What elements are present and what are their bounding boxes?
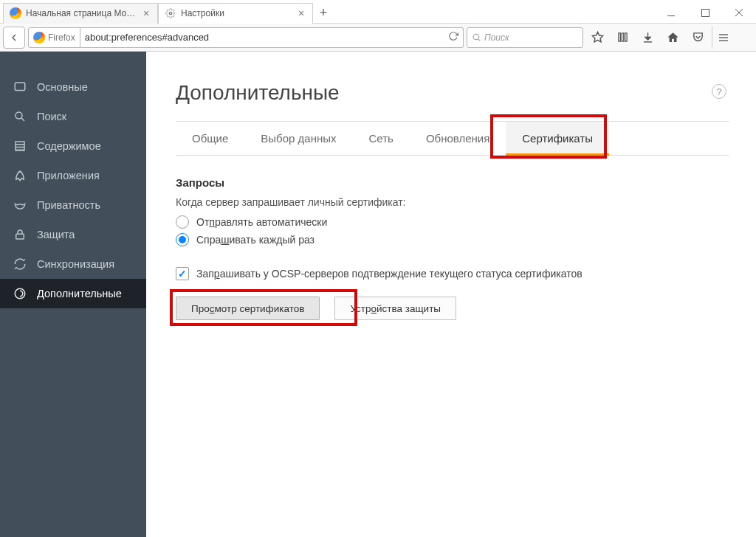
sync-icon [13, 257, 27, 271]
url-text: about:preferences#advanced [85, 32, 209, 43]
content-icon [13, 139, 27, 153]
svg-point-16 [16, 112, 22, 119]
preferences-main: Дополнительные ? Общие Выбор данных Сеть… [146, 52, 756, 537]
sidebar-item-content[interactable]: Содержимое [0, 131, 146, 161]
svg-rect-8 [618, 33, 620, 41]
svg-marker-7 [592, 32, 602, 41]
svg-rect-10 [625, 33, 627, 41]
firefox-icon [33, 32, 45, 44]
maximize-button[interactable] [688, 2, 722, 23]
general-icon [13, 80, 27, 94]
sidebar-item-search[interactable]: Поиск [0, 102, 146, 131]
search-icon [472, 32, 481, 42]
checkbox-label: Запрашивать у OCSP-серверов подтверждени… [196, 268, 583, 280]
close-icon[interactable]: × [296, 8, 306, 18]
cert-prompt-text: Когда сервер запрашивает личный сертифик… [176, 196, 729, 208]
close-window-button[interactable] [722, 2, 756, 23]
radio-label: Отправлять автоматически [196, 216, 327, 228]
svg-point-23 [15, 288, 25, 299]
subtab-data-choices[interactable]: Выбор данных [244, 122, 352, 155]
subtab-network[interactable]: Сеть [353, 122, 410, 155]
reload-icon[interactable] [448, 31, 458, 44]
sidebar-item-sync[interactable]: Синхронизация [0, 249, 146, 279]
advanced-icon [13, 287, 27, 300]
library-icon[interactable] [611, 27, 633, 49]
view-certificates-button[interactable]: Просмотр сертификатов [176, 297, 320, 320]
identity-box[interactable]: Firefox [28, 27, 80, 48]
pocket-icon[interactable] [687, 27, 709, 49]
sidebar-item-privacy[interactable]: Приватность [0, 190, 146, 220]
svg-line-6 [478, 39, 480, 41]
bookmark-star-icon[interactable] [586, 27, 608, 49]
tab-title: Настройки [181, 8, 292, 18]
svg-rect-2 [701, 9, 709, 16]
tab-strip: Начальная страница Mozill × Настройки × … [0, 0, 334, 23]
sidebar-item-advanced[interactable]: Дополнительные [0, 279, 146, 308]
search-input[interactable]: Поиск [467, 27, 583, 48]
mask-icon [13, 198, 27, 212]
minimize-button[interactable] [654, 2, 688, 23]
page-title: Дополнительные [176, 81, 729, 105]
window-controls [654, 2, 756, 23]
nav-toolbar: Firefox about:preferences#advanced Поиск [0, 24, 756, 52]
gear-icon [165, 7, 176, 19]
sidebar-item-label: Приватность [37, 199, 100, 211]
sidebar-item-label: Содержимое [37, 140, 101, 152]
browser-tab-0[interactable]: Начальная страница Mozill × [3, 3, 158, 24]
svg-point-5 [473, 34, 479, 40]
sidebar-item-applications[interactable]: Приложения [0, 161, 146, 190]
subtab-certificates[interactable]: Сертификаты [506, 122, 609, 156]
sidebar-item-security[interactable]: Защита [0, 220, 146, 249]
checkbox-icon [176, 267, 189, 280]
security-devices-button[interactable]: Устройства защиты [334, 297, 456, 320]
svg-rect-9 [622, 33, 624, 41]
rocket-icon [13, 169, 27, 182]
back-button[interactable] [3, 27, 25, 49]
sidebar-item-label: Основные [37, 81, 88, 93]
svg-rect-22 [16, 234, 24, 239]
radio-label: Спрашивать каждый раз [196, 234, 315, 246]
svg-rect-15 [15, 83, 25, 91]
sidebar-item-general[interactable]: Основные [0, 72, 146, 102]
svg-point-0 [169, 12, 172, 15]
svg-line-17 [21, 118, 24, 121]
sidebar-item-label: Поиск [37, 111, 66, 122]
help-icon[interactable]: ? [712, 84, 726, 99]
url-bar[interactable]: about:preferences#advanced [80, 27, 464, 48]
subtab-general[interactable]: Общие [176, 122, 244, 155]
radio-icon [176, 215, 189, 229]
search-placeholder: Поиск [484, 32, 509, 43]
search-icon [13, 110, 27, 123]
radio-icon [176, 233, 189, 246]
lock-icon [13, 228, 27, 241]
sidebar-item-label: Приложения [37, 170, 100, 181]
browser-tab-1[interactable]: Настройки × [158, 3, 313, 24]
menu-button[interactable] [712, 27, 734, 49]
close-icon[interactable]: × [141, 8, 151, 18]
sidebar-item-label: Дополнительные [37, 288, 122, 299]
identity-label: Firefox [48, 32, 75, 43]
window-titlebar: Начальная страница Mozill × Настройки × … [0, 0, 756, 24]
advanced-subtabs: Общие Выбор данных Сеть Обновления Серти… [176, 122, 729, 156]
preferences-sidebar: Основные Поиск Содержимое Приложения При… [0, 52, 146, 537]
sidebar-item-label: Защита [37, 229, 75, 240]
tab-title: Начальная страница Mozill [26, 8, 137, 18]
new-tab-button[interactable]: + [313, 3, 334, 24]
radio-send-auto[interactable]: Отправлять автоматически [176, 215, 729, 229]
svg-rect-18 [16, 142, 24, 150]
subtab-updates[interactable]: Обновления [410, 122, 506, 155]
section-title: Запросы [176, 176, 729, 189]
checkbox-ocsp[interactable]: Запрашивать у OCSP-серверов подтверждени… [176, 267, 729, 280]
firefox-icon [10, 7, 21, 19]
radio-ask-every-time[interactable]: Спрашивать каждый раз [176, 233, 729, 246]
sidebar-item-label: Синхронизация [37, 258, 114, 270]
home-icon[interactable] [662, 27, 684, 49]
downloads-icon[interactable] [636, 27, 659, 49]
